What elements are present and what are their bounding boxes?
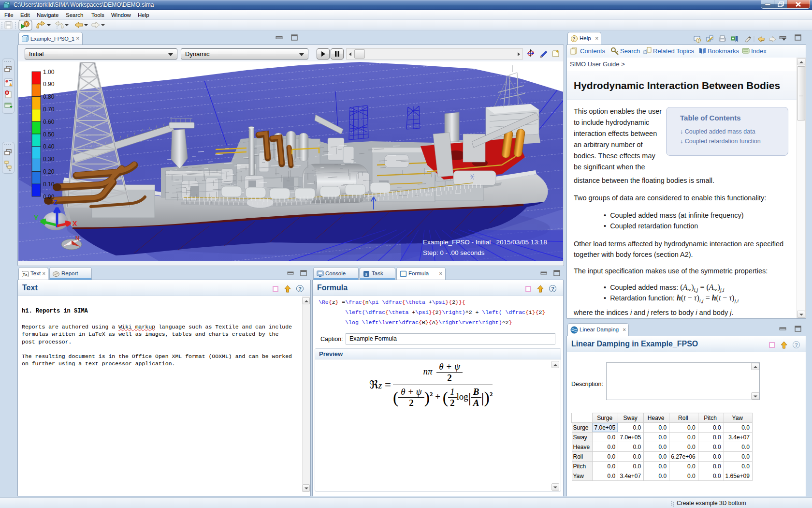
svg-text:0.20: 0.20 <box>43 168 55 175</box>
svg-text:0.30: 0.30 <box>43 156 55 163</box>
svg-text:X: X <box>72 220 77 227</box>
svg-text:Tx: Tx <box>23 272 28 277</box>
svg-text:0.70: 0.70 <box>43 106 55 113</box>
svg-text:0.50: 0.50 <box>43 131 55 138</box>
svg-text:Y: Y <box>34 214 39 222</box>
svg-text:N: N <box>75 235 80 242</box>
svg-text:0.80: 0.80 <box>43 93 55 100</box>
svg-text:Z: Z <box>53 198 58 206</box>
svg-text:0.10: 0.10 <box>43 181 55 188</box>
svg-text:0.60: 0.60 <box>43 119 55 125</box>
svg-text:Example_FPSO - Initial 2015/: Example_FPSO - Initial 2015/03/05 13:18 <box>423 239 547 246</box>
svg-text:?: ? <box>697 38 700 43</box>
svg-text:0.40: 0.40 <box>43 143 55 150</box>
svg-text:?: ? <box>573 36 575 42</box>
svg-text:Step: 0 - .00 seconds: Step: 0 - .00 seconds <box>423 249 485 256</box>
svg-text:s: s <box>365 272 368 277</box>
svg-text:1.00: 1.00 <box>43 69 55 75</box>
svg-text:0.90: 0.90 <box>43 81 55 88</box>
